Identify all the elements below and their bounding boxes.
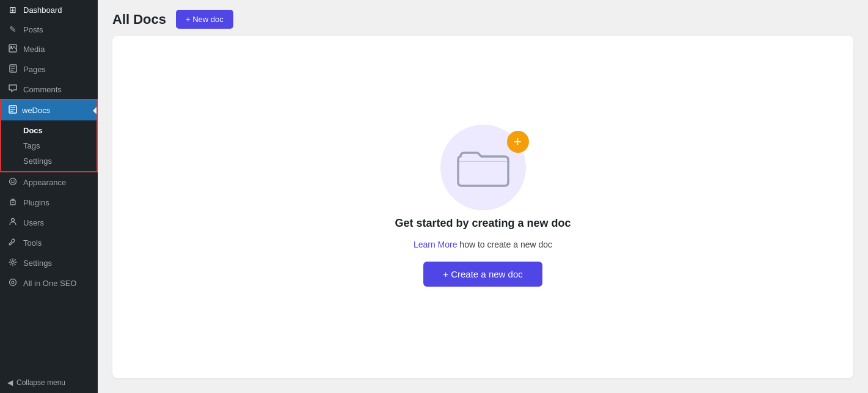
svg-point-11 — [11, 180, 12, 182]
sidebar-item-label: Pages — [23, 65, 46, 74]
sidebar-item-label: Tools — [23, 238, 42, 248]
sidebar-item-wedocs[interactable]: weDocs — [1, 100, 97, 120]
appearance-icon — [7, 177, 18, 188]
sidebar-item-label: Appearance — [23, 178, 66, 187]
svg-point-10 — [10, 178, 16, 185]
main-content: All Docs + New doc + Get started by crea… — [98, 0, 868, 393]
sidebar-item-users[interactable]: Users — [0, 213, 98, 233]
users-icon — [7, 218, 18, 228]
posts-icon: ✎ — [7, 24, 18, 34]
new-doc-button[interactable]: + New doc — [176, 10, 233, 29]
sidebar-item-appearance[interactable]: Appearance — [0, 172, 98, 193]
svg-rect-1 — [10, 46, 12, 48]
page-title: All Docs — [112, 12, 166, 28]
sidebar-item-label: Media — [23, 45, 45, 54]
sidebar-item-tags[interactable]: Tags — [1, 138, 97, 153]
sidebar-item-allinone-seo[interactable]: All in One SEO — [0, 273, 98, 293]
folder-illustration: + — [434, 128, 532, 207]
comments-icon — [7, 84, 18, 94]
sidebar-item-label: Comments — [23, 85, 62, 94]
wedocs-label: weDocs — [22, 106, 50, 115]
sidebar-item-tools[interactable]: Tools — [0, 233, 98, 253]
sidebar-item-dashboard[interactable]: ⊞ Dashboard — [0, 0, 98, 20]
sidebar-item-media[interactable]: Media — [0, 39, 98, 59]
wedocs-submenu: Docs Tags Settings — [1, 120, 97, 171]
settings-icon — [7, 258, 18, 268]
svg-point-15 — [12, 219, 15, 222]
sidebar-item-wedocs-settings[interactable]: Settings — [1, 153, 97, 169]
sidebar-item-label: All in One SEO — [23, 279, 76, 288]
pages-icon — [7, 64, 18, 75]
learn-more-text: Learn More how to create a new doc — [414, 240, 552, 249]
learn-more-link[interactable]: Learn More — [414, 240, 458, 249]
tools-icon — [7, 238, 18, 248]
collapse-menu-button[interactable]: ◀ Collapse menu — [0, 372, 98, 393]
sidebar-item-pages[interactable]: Pages — [0, 59, 98, 79]
learn-more-suffix: how to create a new doc — [457, 240, 552, 249]
wedocs-section: weDocs Docs Tags Settings — [0, 99, 98, 172]
svg-point-16 — [12, 261, 14, 263]
plus-badge: + — [507, 131, 529, 153]
folder-svg — [456, 143, 511, 192]
sidebar: ⊞ Dashboard ✎ Posts Media Pages — [0, 0, 98, 393]
svg-point-18 — [12, 281, 14, 284]
empty-state-heading: Get started by creating a new doc — [395, 217, 571, 230]
sidebar-item-comments[interactable]: Comments — [0, 79, 98, 99]
collapse-icon: ◀ — [7, 378, 13, 387]
svg-point-17 — [10, 279, 16, 286]
media-icon — [7, 44, 18, 54]
svg-point-12 — [13, 180, 15, 182]
sidebar-item-settings[interactable]: Settings — [0, 253, 98, 273]
sidebar-item-docs[interactable]: Docs — [1, 123, 97, 138]
sidebar-item-plugins[interactable]: Plugins — [0, 193, 98, 213]
create-doc-button[interactable]: + Create a new doc — [423, 262, 542, 287]
collapse-label: Collapse menu — [16, 378, 65, 387]
wedocs-icon — [9, 105, 17, 116]
sidebar-item-posts[interactable]: ✎ Posts — [0, 20, 98, 39]
sidebar-item-label: Users — [23, 218, 44, 227]
sidebar-item-label: Plugins — [23, 198, 49, 207]
allinone-icon — [7, 278, 18, 288]
sidebar-item-label: Posts — [23, 25, 43, 34]
dashboard-icon: ⊞ — [7, 5, 18, 15]
sidebar-item-label: Dashboard — [23, 6, 62, 15]
content-area: + Get started by creating a new doc Lear… — [112, 36, 853, 378]
plugins-icon — [7, 197, 18, 208]
top-bar: All Docs + New doc — [98, 0, 868, 36]
wedocs-arrow-icon — [93, 107, 97, 114]
sidebar-item-label: Settings — [23, 259, 52, 268]
